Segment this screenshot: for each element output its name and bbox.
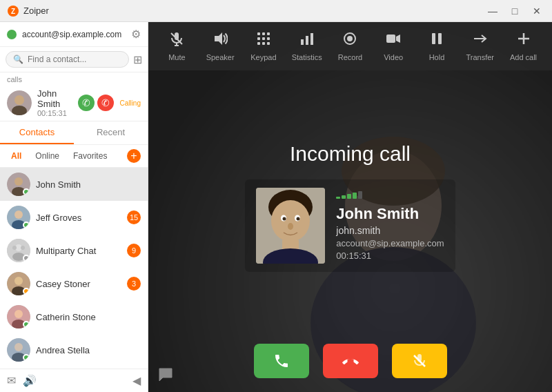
caller-name: John Smith — [336, 205, 444, 223]
svg-text:Z: Z — [11, 8, 15, 15]
record-button[interactable]: Record — [333, 31, 367, 61]
call-actions: ✆ ✆ — [78, 95, 114, 111]
minimize-button[interactable]: — — [484, 3, 501, 19]
decline-call-button[interactable] — [323, 344, 378, 378]
contact-badge: 9 — [127, 244, 141, 257]
svg-point-17 — [14, 277, 23, 285]
contact-item[interactable]: John Smith — [0, 168, 148, 201]
svg-rect-37 — [262, 32, 265, 35]
svg-rect-40 — [262, 37, 265, 40]
settings-icon[interactable]: ⚙ — [131, 28, 141, 41]
window-controls: — □ ✕ — [484, 3, 545, 19]
contact-item[interactable]: Marco Minneman — [0, 366, 148, 369]
contact-item[interactable]: Casey Stoner 3 — [0, 267, 148, 300]
contacts-tabs: Contacts Recent — [0, 121, 148, 145]
incoming-call-title: Incoming call — [290, 142, 411, 166]
contact-status-dot — [23, 222, 30, 228]
contact-name: Catherin Stone — [36, 312, 141, 322]
mute-button[interactable]: Mute — [159, 31, 194, 61]
svg-rect-43 — [262, 42, 265, 45]
svg-point-9 — [14, 210, 23, 219]
accept-call-button[interactable] — [254, 344, 309, 378]
app-title: Zoiper — [23, 6, 484, 16]
call-time: 00:15:31 — [37, 109, 72, 117]
hold-label: Hold — [429, 53, 445, 61]
call-decline-button[interactable]: ✆ — [97, 95, 114, 111]
filter-online[interactable]: Online — [31, 150, 63, 162]
record-label: Record — [338, 53, 362, 61]
app-logo: Z — [7, 5, 19, 17]
contact-status-dot — [23, 188, 30, 195]
svg-point-62 — [283, 217, 286, 221]
svg-marker-35 — [215, 32, 222, 45]
caller-sip: account@sip.example.com — [336, 238, 444, 248]
contact-item[interactable]: Jeff Groves 15 — [0, 201, 148, 234]
filter-row: All Online Favorites + — [0, 145, 148, 168]
add-filter-button[interactable]: + — [127, 149, 141, 163]
transfer-button[interactable]: Transfer — [463, 31, 497, 61]
svg-rect-38 — [267, 32, 270, 35]
video-button[interactable]: Video — [376, 31, 411, 61]
svg-rect-53 — [438, 33, 442, 44]
video-label: Video — [384, 53, 403, 61]
search-box: 🔍 — [6, 51, 129, 68]
svg-point-3 — [14, 95, 24, 105]
filter-favorites[interactable]: Favorites — [69, 150, 111, 162]
chat-icon[interactable]: ✉ — [7, 374, 16, 387]
tab-recent[interactable]: Recent — [74, 121, 148, 144]
main-layout: account@sip.example.com ⚙ 🔍 ⊞ calls — [0, 22, 552, 392]
chat-button[interactable] — [155, 364, 176, 385]
search-input[interactable] — [28, 55, 121, 64]
contact-badge: 3 — [127, 277, 141, 291]
maximize-button[interactable]: □ — [506, 3, 523, 19]
svg-rect-52 — [432, 33, 435, 44]
contact-avatar — [7, 239, 30, 262]
contact-badge: 15 — [127, 210, 141, 224]
keypad-button[interactable]: Keypad — [246, 31, 281, 61]
svg-point-64 — [288, 223, 293, 230]
signal-bar-4 — [353, 193, 357, 199]
title-bar: Z Zoiper — □ ✕ — [0, 0, 552, 22]
statistics-button[interactable]: Statistics — [290, 31, 324, 61]
contact-status-dot — [23, 255, 30, 262]
svg-rect-41 — [267, 37, 270, 40]
mute-call-button[interactable] — [392, 344, 447, 378]
hold-button[interactable]: Hold — [420, 31, 454, 61]
svg-point-6 — [14, 177, 23, 186]
call-status: Calling — [119, 99, 141, 107]
apps-icon[interactable]: ⊞ — [133, 53, 142, 66]
signal-bar-1 — [336, 197, 340, 199]
contact-status-dot — [23, 288, 30, 295]
caller-photo — [256, 188, 325, 264]
account-status-dot — [7, 30, 17, 39]
tab-contacts[interactable]: Contacts — [0, 121, 74, 144]
close-button[interactable]: ✕ — [529, 3, 545, 19]
mute-icon — [169, 31, 184, 50]
contact-avatar — [7, 272, 30, 295]
filter-all[interactable]: All — [7, 150, 26, 162]
svg-rect-45 — [301, 39, 304, 45]
add-call-button[interactable]: Add call — [506, 31, 541, 61]
contact-item[interactable]: Catherin Stone — [0, 300, 148, 333]
contact-item[interactable]: Andrea Stella — [0, 333, 148, 366]
caller-card: John Smith john.smith account@sip.exampl… — [245, 179, 455, 272]
contact-status-dot — [23, 354, 30, 361]
accept-phone-icon — [273, 353, 290, 369]
calls-label: calls — [0, 72, 148, 85]
svg-point-49 — [347, 36, 353, 41]
active-call-item[interactable]: John Smith 00:15:31 ✆ ✆ Calling — [0, 85, 148, 121]
contact-item[interactable]: Multiparty Chat 9 — [0, 234, 148, 267]
statistics-label: Statistics — [292, 53, 322, 61]
caller-info: John Smith john.smith account@sip.exampl… — [336, 191, 444, 261]
collapse-icon[interactable]: ◀ — [132, 374, 141, 387]
volume-icon[interactable]: 🔊 — [23, 374, 37, 387]
mute-label: Mute — [168, 53, 185, 61]
incoming-call-area: Incoming call — [148, 77, 552, 337]
contact-avatar — [7, 338, 30, 362]
svg-rect-46 — [306, 36, 308, 45]
calls-section: calls John Smith 00:15:31 ✆ ✆ — [0, 72, 148, 121]
speaker-button[interactable]: Speaker — [203, 31, 237, 61]
svg-point-20 — [14, 310, 23, 318]
toolbar: Mute Speaker — [148, 22, 552, 70]
call-accept-button[interactable]: ✆ — [78, 95, 95, 111]
